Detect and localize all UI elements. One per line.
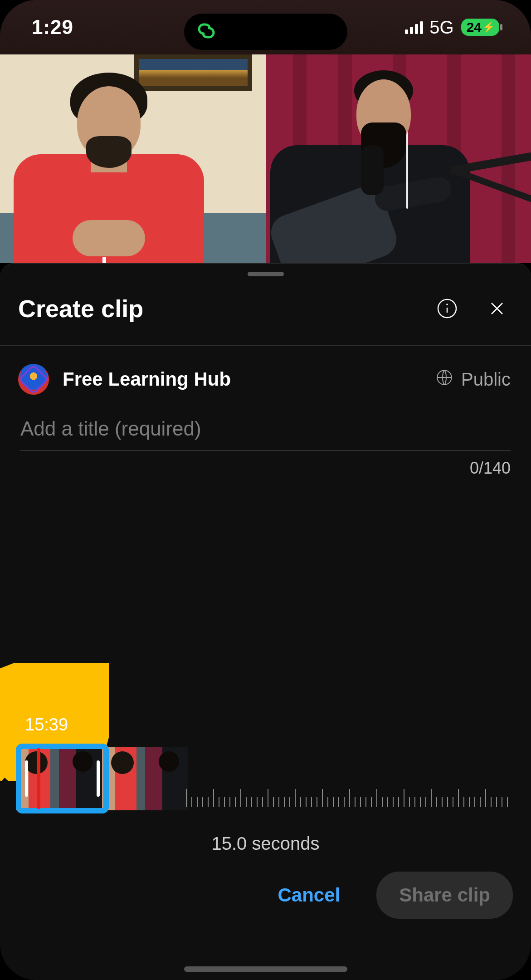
device-frame: 1:29 5G 24 ⚡ [0,0,531,980]
sheet-header: Create clip [0,276,531,346]
sheet-title: Create clip [18,294,143,323]
timeline-time-label: 15:39 [25,715,68,735]
status-right: 5G 24 ⚡ [405,17,499,38]
globe-icon [435,368,454,391]
channel-row: Free Learning Hub Public [0,346,531,408]
visibility-selector[interactable]: Public [435,368,511,391]
timeline-ticks [186,784,515,807]
sheet-grabber[interactable] [248,272,284,276]
clip-title-input[interactable] [20,408,511,451]
share-clip-button[interactable]: Share clip [376,872,513,919]
title-input-wrap [0,408,531,451]
clip-timeline[interactable] [16,740,515,817]
cancel-button[interactable]: Cancel [264,875,354,915]
home-indicator[interactable] [184,966,347,972]
video-left-pane [0,54,266,263]
timeline-thumbnails [16,747,188,810]
video-playhead [102,257,106,263]
create-clip-sheet: Create clip Free Learning Hub Public [0,263,531,980]
channel-name: Free Learning Hub [63,368,421,390]
close-button[interactable] [486,297,508,320]
status-time: 1:29 [32,16,73,39]
network-label: 5G [429,17,453,38]
video-preview[interactable] [0,54,531,263]
visibility-label: Public [461,369,511,390]
timeline-thumb [145,747,188,810]
video-right-pane [266,54,531,263]
signal-icon [405,20,423,34]
char-count: 0/140 [0,451,531,478]
clip-duration-label: 15.0 seconds [0,833,531,854]
timeline-playhead[interactable] [37,748,40,809]
dynamic-island[interactable] [184,14,347,50]
battery-indicator: 24 ⚡ [461,19,499,36]
info-button[interactable] [436,297,458,320]
timeline-thumb [102,747,145,810]
battery-percent: 24 [467,20,482,35]
charging-icon: ⚡ [482,21,495,33]
link-icon [195,20,217,44]
svg-point-2 [446,304,448,305]
footer-actions: Cancel Share clip [0,858,531,932]
timeline-thumb [59,747,102,810]
channel-avatar[interactable] [18,364,49,395]
status-bar: 1:29 5G 24 ⚡ [0,0,531,54]
